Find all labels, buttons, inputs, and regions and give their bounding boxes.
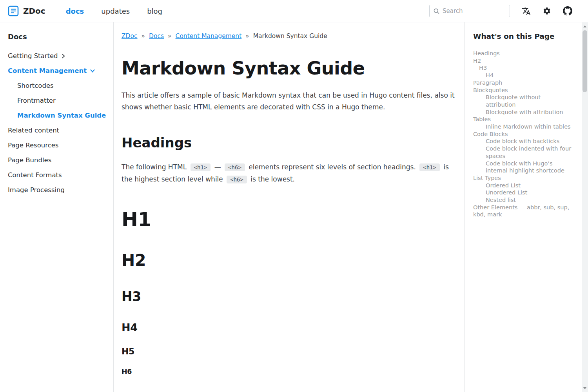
main-content: ZDoc » Docs » Content Management » Markd…: [114, 22, 464, 392]
inline-code-h6: <h6>: [227, 176, 247, 183]
demo-heading-h6: H6: [122, 368, 456, 376]
sidebar-item-image-processing[interactable]: Image Processing: [8, 186, 107, 194]
gear-icon[interactable]: [543, 7, 551, 15]
sidebar-item-markdown-syntax-guide[interactable]: Markdown Syntax Guide: [8, 111, 107, 120]
search-input[interactable]: [443, 7, 506, 15]
paragraph-text: elements represent six levels of section…: [247, 163, 418, 171]
toc-item-inline-markdown-within-tables[interactable]: Inline Markdown within tables: [473, 123, 572, 131]
demo-heading-h3: H3: [122, 289, 456, 304]
page-layout: Docs Getting Started Content Management …: [0, 22, 582, 392]
demo-heading-h2: H2: [122, 251, 456, 270]
chevron-right-icon: [62, 54, 65, 58]
main-nav: docs updates blog: [66, 7, 162, 15]
breadcrumb-current: Markdown Syntax Guide: [253, 33, 327, 40]
triangle-up-icon: [583, 25, 586, 27]
toc-item-h2[interactable]: H2: [473, 57, 572, 65]
toc-item-blockquote-without-attribution[interactable]: Blockquote without attribution: [473, 94, 572, 108]
breadcrumb: ZDoc » Docs » Content Management » Markd…: [122, 33, 456, 40]
sidebar-item-label: Content Management: [8, 67, 87, 75]
page-title: Markdown Syntax Guide: [122, 58, 456, 79]
breadcrumb-separator: »: [245, 33, 249, 40]
breadcrumb-separator: »: [168, 33, 171, 40]
toc-item-ordered-list[interactable]: Ordered List: [473, 182, 572, 189]
nav-link-updates[interactable]: updates: [101, 7, 130, 15]
sidebar-item-page-bundles[interactable]: Page Bundles: [8, 156, 107, 164]
paragraph-text: —: [212, 163, 223, 171]
top-navbar: ZDoc docs updates blog: [0, 0, 582, 22]
toc-item-nested-list[interactable]: Nested list: [473, 196, 572, 204]
breadcrumb-separator: »: [142, 33, 145, 40]
brand-name[interactable]: ZDoc: [23, 6, 45, 16]
demo-heading-h4: H4: [122, 321, 456, 334]
toc-item-headings[interactable]: Headings: [473, 50, 572, 57]
search-icon: [433, 8, 440, 15]
toc-item-blockquote-with-attribution[interactable]: Blockquote with attribution: [473, 109, 572, 116]
inline-code-h1: <h1>: [419, 163, 440, 171]
paragraph-text: is the lowest.: [249, 175, 295, 183]
toc-item-h4[interactable]: H4: [473, 72, 572, 79]
page-toc: What's on this Page Headings H2 H3 H4 Pa…: [464, 22, 582, 392]
breadcrumb-divider: [122, 48, 456, 48]
translate-icon[interactable]: [522, 7, 531, 16]
toc-item-code-block-highlight-shortcode[interactable]: Code block with Hugo’s internal highligh…: [473, 160, 572, 174]
section-heading-headings: Headings: [122, 135, 456, 151]
toc-item-code-block-indented[interactable]: Code block indented with four spaces: [473, 145, 572, 160]
sidebar-title: Docs: [8, 33, 107, 41]
sidebar-item-related-content[interactable]: Related content: [8, 126, 107, 134]
breadcrumb-link-content-management[interactable]: Content Management: [176, 33, 242, 40]
inline-code-h6: <h6>: [225, 163, 245, 171]
docs-sidebar: Docs Getting Started Content Management …: [0, 22, 114, 392]
inline-code-h1: <h1>: [191, 163, 211, 171]
sidebar-item-getting-started[interactable]: Getting Started: [8, 52, 107, 60]
headings-paragraph: The following HTML <h1> — <h6> elements …: [122, 161, 456, 185]
breadcrumb-link-zdoc[interactable]: ZDoc: [122, 33, 138, 40]
sidebar-item-page-resources[interactable]: Page Resources: [8, 141, 107, 149]
toc-item-code-block-with-backticks[interactable]: Code block with backticks: [473, 138, 572, 145]
toc-item-paragraph[interactable]: Paragraph: [473, 79, 572, 87]
toc-title: What's on this Page: [473, 32, 572, 40]
navbar-right: [429, 5, 572, 17]
scrollbar-up-arrow[interactable]: [582, 23, 588, 29]
sidebar-item-label: Getting Started: [8, 52, 58, 60]
paragraph-text: The following HTML: [122, 163, 189, 171]
scrollbar-thumb[interactable]: [583, 30, 587, 92]
nav-link-docs[interactable]: docs: [66, 7, 84, 15]
search-box[interactable]: [429, 5, 510, 17]
sidebar-item-content-management[interactable]: Content Management: [8, 67, 107, 75]
toc-item-tables[interactable]: Tables: [473, 116, 572, 123]
toc-item-list-types[interactable]: List Types: [473, 174, 572, 182]
sidebar-item-shortcodes[interactable]: Shortcodes: [8, 82, 107, 90]
zdoc-logo-icon[interactable]: [8, 5, 19, 16]
toc-item-code-blocks[interactable]: Code Blocks: [473, 131, 572, 138]
breadcrumb-link-docs[interactable]: Docs: [149, 33, 164, 40]
toc-item-blockquotes[interactable]: Blockquotes: [473, 87, 572, 94]
github-icon[interactable]: [563, 6, 572, 16]
toc-item-other-elements[interactable]: Other Elements — abbr, sub, sup, kbd, ma…: [473, 204, 572, 218]
chevron-down-icon: [90, 69, 95, 73]
toc-item-h3[interactable]: H3: [473, 64, 572, 72]
scrollbar[interactable]: [582, 22, 588, 392]
nav-link-blog[interactable]: blog: [147, 7, 162, 15]
triangle-down-icon: [583, 387, 586, 389]
toc-item-unordered-list[interactable]: Unordered List: [473, 189, 572, 196]
sidebar-item-content-formats[interactable]: Content Formats: [8, 171, 107, 179]
demo-heading-h5: H5: [122, 347, 456, 356]
scrollbar-down-arrow[interactable]: [582, 385, 588, 391]
sidebar-item-frontmatter[interactable]: Frontmatter: [8, 96, 107, 105]
demo-heading-h1: H1: [122, 208, 456, 231]
intro-paragraph: This article offers a sample of basic Ma…: [122, 89, 456, 113]
navbar-left: ZDoc docs updates blog: [8, 5, 162, 16]
